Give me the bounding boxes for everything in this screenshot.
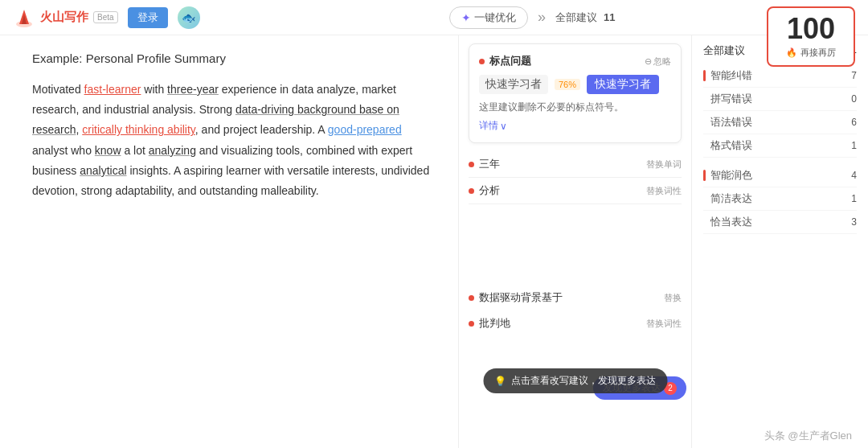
card-tag-label: 标点问题 bbox=[489, 54, 531, 68]
suggestion-row-0[interactable]: 三年 替换单词 bbox=[469, 151, 682, 178]
right-item-inner-4: 智能润色 bbox=[703, 168, 752, 183]
suggestion-action-4: 替换词性 bbox=[646, 318, 682, 330]
dot-red-icon bbox=[469, 162, 474, 167]
main-layout: Example: Personal Profile Summary Motiva… bbox=[0, 35, 868, 448]
right-item-5[interactable]: 简洁表达 1 bbox=[703, 187, 857, 211]
suggestion-label-3: 数据驱动背景基于 bbox=[479, 290, 664, 305]
highlight-three-year: three-year bbox=[167, 83, 219, 96]
right-item-count-1: 0 bbox=[851, 93, 857, 105]
optimize-label: 一键优化 bbox=[474, 10, 516, 25]
suggestion-row-4[interactable]: 批判地 替换词性 bbox=[469, 310, 682, 336]
card-detail[interactable]: 详情 ∨ bbox=[479, 119, 671, 133]
dot-red-icon bbox=[469, 188, 474, 194]
right-item-6[interactable]: 恰当表达 3 bbox=[703, 211, 857, 234]
suggestion-action-3: 替换 bbox=[664, 292, 682, 304]
right-title: 全部建议 bbox=[703, 43, 745, 58]
right-item-inner-1: 拼写错误 bbox=[703, 92, 752, 106]
right-item-count-6: 3 bbox=[851, 216, 857, 228]
suggestion-label-4: 批判地 bbox=[479, 316, 646, 331]
right-item-label-3: 格式错误 bbox=[710, 138, 752, 153]
suggestion-action-1: 替换词性 bbox=[646, 185, 682, 197]
more-button[interactable]: » bbox=[534, 9, 549, 26]
ignore-button[interactable]: ⊖ 忽略 bbox=[645, 55, 671, 68]
optimize-button[interactable]: ✦ 一键优化 bbox=[449, 6, 528, 29]
watermark: 头条 @生产者Glen bbox=[764, 429, 852, 443]
highlight-know: know bbox=[95, 144, 121, 157]
right-item-4[interactable]: 智能润色 4 bbox=[703, 164, 857, 187]
logo-text: 火山写作 bbox=[40, 10, 88, 25]
nav-center: ✦ 一键优化 » 全部建议 11 bbox=[210, 6, 855, 29]
word-suggested[interactable]: 快速学习者 bbox=[587, 75, 659, 94]
suggestion-label-0: 三年 bbox=[479, 157, 646, 171]
right-item-label-1: 拼写错误 bbox=[710, 92, 752, 106]
fire-icon: 🔥 bbox=[786, 47, 797, 58]
highlight-fast-learner: fast-learner bbox=[84, 83, 141, 96]
right-item-1[interactable]: 拼写错误 0 bbox=[703, 88, 857, 111]
dot-red-icon bbox=[479, 59, 485, 64]
logo-icon bbox=[13, 6, 35, 29]
right-item-count-4: 4 bbox=[851, 170, 857, 181]
right-item-count-2: 6 bbox=[851, 117, 857, 128]
editor-panel: Example: Personal Profile Summary Motiva… bbox=[0, 35, 458, 448]
right-item-label-4: 智能润色 bbox=[710, 168, 752, 183]
right-item-count-0: 7 bbox=[851, 70, 857, 81]
card-header: 标点问题 ⊖ 忽略 bbox=[479, 54, 671, 68]
right-item-inner-6: 恰当表达 bbox=[703, 215, 752, 229]
logo-area: 火山写作 Beta bbox=[13, 6, 118, 29]
beta-badge: Beta bbox=[93, 11, 118, 23]
score-number: 100 bbox=[778, 14, 844, 43]
suggestion-row-3[interactable]: 数据驱动背景基于 替换 bbox=[469, 285, 682, 310]
right-item-count-3: 1 bbox=[851, 140, 857, 151]
highlight-thinking: critically thinking ability bbox=[82, 123, 195, 136]
right-item-label-5: 简洁表达 bbox=[710, 191, 752, 206]
right-item-inner-3: 格式错误 bbox=[703, 138, 752, 153]
word-row: 快速学习者 76% 快速学习者 bbox=[479, 75, 671, 94]
dot-red-icon bbox=[469, 321, 474, 327]
right-item-3[interactable]: 格式错误 1 bbox=[703, 134, 857, 158]
chevron-icon: ∨ bbox=[500, 121, 507, 132]
right-item-count-5: 1 bbox=[851, 193, 857, 204]
right-item-label-0: 智能纠错 bbox=[710, 68, 752, 83]
score-sub: 🔥 再接再厉 bbox=[778, 47, 844, 59]
right-item-label-6: 恰当表达 bbox=[710, 215, 752, 229]
top-nav: 火山写作 Beta 登录 🐟 ✦ 一键优化 » 全部建议 11 bbox=[0, 0, 868, 35]
highlight-analytical: analytical bbox=[80, 164, 126, 177]
highlight-good-prepared: good-prepared bbox=[328, 123, 402, 136]
suggestion-card-punctuation: 标点问题 ⊖ 忽略 快速学习者 76% 快速学习者 这里建议删除不必要的标点符号… bbox=[469, 43, 682, 143]
card-tag: 标点问题 bbox=[479, 54, 531, 68]
card-desc: 这里建议删除不必要的标点符号。 bbox=[479, 101, 671, 114]
tooltip-banner: 💡 点击查看改写建议，发现更多表达 bbox=[483, 368, 667, 393]
ignore-label: 忽略 bbox=[653, 55, 671, 68]
doc-body: Motivated fast-learner with three-year e… bbox=[32, 80, 434, 201]
bulb-icon: 💡 bbox=[494, 376, 506, 387]
doc-title: Example: Personal Profile Summary bbox=[32, 51, 434, 65]
suggestion-label-1: 分析 bbox=[479, 183, 646, 198]
word-score: 76% bbox=[555, 79, 580, 90]
detail-label: 详情 bbox=[479, 119, 498, 133]
ignore-icon: ⊖ bbox=[645, 56, 652, 67]
dot-red-icon bbox=[469, 295, 474, 301]
word-original: 快速学习者 bbox=[479, 75, 548, 94]
accent-bar-icon bbox=[703, 70, 706, 81]
suggestions-label: 全部建议 bbox=[555, 10, 597, 25]
suggestion-action-0: 替换单词 bbox=[646, 158, 682, 171]
right-item-inner-0: 智能纠错 bbox=[703, 68, 752, 83]
suggestions-panel: 标点问题 ⊖ 忽略 快速学习者 76% 快速学习者 这里建议删除不必要的标点符号… bbox=[458, 35, 691, 448]
right-panel: 全部建议 11 智能纠错 7 拼写错误 0 语法错误 6 格式错误 bbox=[691, 35, 868, 448]
accent-bar-icon bbox=[703, 170, 706, 181]
suggestions-count: 11 bbox=[604, 11, 615, 23]
login-button[interactable]: 登录 bbox=[128, 7, 168, 28]
right-item-0[interactable]: 智能纠错 7 bbox=[703, 64, 857, 88]
right-item-2[interactable]: 语法错误 6 bbox=[703, 111, 857, 134]
right-item-inner-2: 语法错误 bbox=[703, 115, 752, 129]
highlight-analyzing: analyzing bbox=[149, 144, 196, 157]
suggestion-row-1[interactable]: 分析 替换词性 bbox=[469, 178, 682, 204]
spark-icon: ✦ bbox=[461, 11, 471, 24]
right-item-label-2: 语法错误 bbox=[710, 115, 752, 129]
avatar: 🐟 bbox=[178, 6, 200, 29]
score-box: 100 🔥 再接再厉 bbox=[767, 6, 855, 67]
tooltip-text: 点击查看改写建议，发现更多表达 bbox=[511, 374, 656, 388]
score-sub-text: 再接再厉 bbox=[800, 47, 836, 59]
right-item-inner-5: 简洁表达 bbox=[703, 191, 752, 206]
